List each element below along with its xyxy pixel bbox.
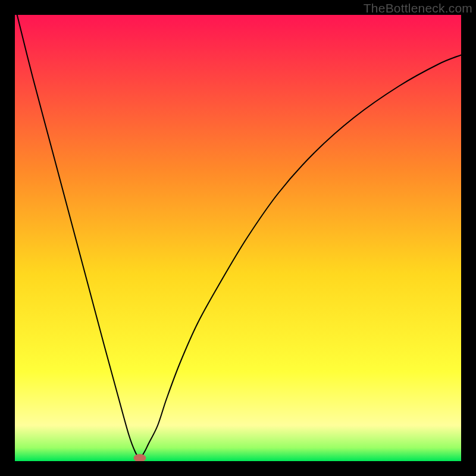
bottleneck-chart	[15, 15, 461, 461]
chart-frame: TheBottleneck.com	[0, 0, 476, 476]
watermark-text: TheBottleneck.com	[364, 1, 472, 15]
chart-background	[15, 15, 461, 461]
